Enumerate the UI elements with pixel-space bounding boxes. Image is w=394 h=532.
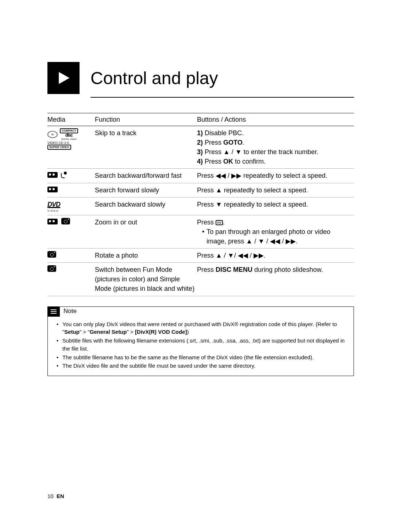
- act-back-slow: Press ▼ repeatedly to select a speed.: [197, 197, 354, 215]
- act-fwd-slow: Press ▲ repeatedly to select a speed.: [197, 183, 354, 197]
- svg-point-1: [52, 134, 53, 135]
- note-box: Note You can only play DivX videos that …: [47, 306, 354, 376]
- act-fun-mode: Press DISC MENU during photo slideshow.: [197, 263, 354, 296]
- directional-icon: ▲ / ▼ / ◀◀ / ▶▶: [246, 238, 296, 245]
- media-vcd-svcd: COMPACT disc DIGITAL VIDEO VIDEO CD 2.0 …: [47, 126, 95, 169]
- note-item: The DivX video file and the subtitle fil…: [58, 362, 348, 370]
- directional-icon: ▲ / ▼/ ◀◀ / ▶▶: [216, 252, 264, 259]
- media-dvd: DVD VIDEO: [47, 197, 95, 215]
- svg-point-0: [48, 131, 57, 138]
- camera-icon: [47, 251, 56, 258]
- up-down-icon: ▲ / ▼: [223, 148, 242, 156]
- down-icon: ▼: [216, 201, 222, 208]
- func-rotate: Rotate a photo: [95, 249, 197, 263]
- play-icon: [47, 62, 80, 94]
- rew-ff-icon: ◀◀ / ▶▶: [216, 172, 242, 179]
- page-title: Control and play: [90, 68, 218, 88]
- dvd-sub-label: VIDEO: [47, 209, 93, 213]
- func-zoom: Zoom in or out: [95, 215, 197, 248]
- func-back-slow: Search backward slowly: [95, 197, 197, 215]
- func-fun-mode: Switch between Fun Mode (pictures in col…: [95, 263, 197, 296]
- disc-label: disc: [65, 133, 73, 138]
- music-note-icon: [61, 173, 65, 178]
- media-photo: [47, 249, 95, 263]
- video-icon: [47, 219, 58, 224]
- media-video: [47, 183, 95, 197]
- page-number: 10 EN: [47, 493, 64, 499]
- func-fast: Search backward/forward fast: [95, 169, 197, 183]
- dvd-icon: DVD: [47, 202, 60, 208]
- func-fwd-slow: Search forward slowly: [95, 183, 197, 197]
- section-header: Control and play: [47, 62, 354, 94]
- svcd-label: SUPER VIDEO: [47, 145, 71, 150]
- video-icon: [47, 172, 58, 178]
- vcd-label: VIDEO CD 2.0: [47, 141, 69, 145]
- note-title: Note: [63, 307, 77, 316]
- func-skip: Skip to a track: [95, 126, 197, 169]
- act-skip: 1) Disable PBC. 2) Press GOTO. 3) Press …: [197, 126, 354, 169]
- up-icon: ▲: [216, 187, 222, 194]
- screen-fit-icon: [216, 220, 223, 225]
- media-video-music: [47, 169, 95, 183]
- video-icon: [47, 187, 58, 192]
- digital-video-label: DIGITAL VIDEO: [61, 138, 77, 140]
- media-photo: [47, 263, 95, 296]
- note-item: You can only play DivX videos that were …: [58, 320, 348, 336]
- camera-icon: [61, 218, 70, 224]
- note-item: Subtitle files with the following filena…: [58, 337, 348, 353]
- act-zoom: Press . To pan through an enlarged photo…: [197, 215, 354, 248]
- act-fast: Press ◀◀ / ▶▶ repeatedly to select a spe…: [197, 169, 354, 183]
- note-icon: [47, 306, 60, 317]
- header-media: Media: [47, 113, 95, 126]
- media-video-photo: [47, 215, 95, 248]
- note-item: The subtitle filename has to be the same…: [58, 353, 348, 361]
- act-rotate: Press ▲ / ▼/ ◀◀ / ▶▶.: [197, 249, 354, 263]
- title-underline: [90, 97, 354, 98]
- header-actions: Buttons / Actions: [197, 113, 354, 126]
- header-function: Function: [95, 113, 197, 126]
- controls-table: Media Function Buttons / Actions COMPACT…: [47, 113, 354, 296]
- camera-icon: [47, 265, 56, 272]
- disc-icon: [47, 131, 58, 138]
